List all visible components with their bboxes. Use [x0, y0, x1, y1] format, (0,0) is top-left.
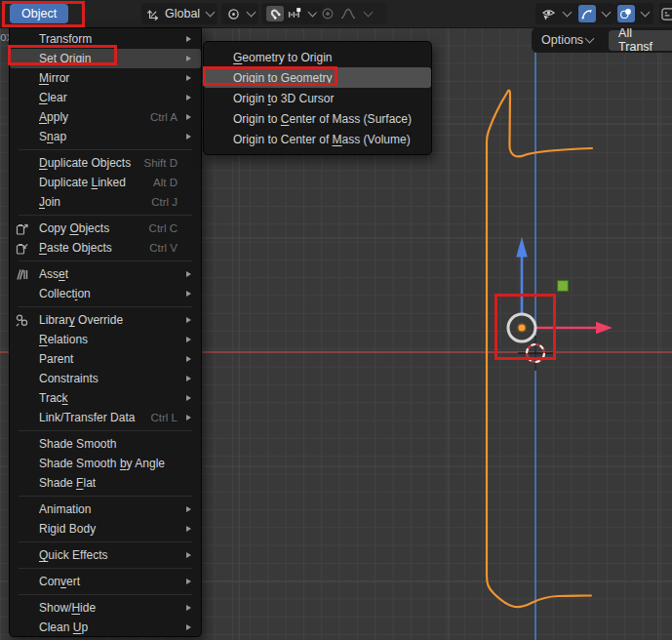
menu-item-clear[interactable]: Clear	[10, 88, 201, 107]
menu-item-duplicate-objects[interactable]: Duplicate ObjectsShift D	[10, 153, 201, 173]
proportional-editing-group[interactable]	[316, 3, 386, 24]
menu-item-label: Relations	[39, 333, 182, 346]
menu-item-shade-flat[interactable]: Shade Flat	[10, 473, 201, 493]
snap-increments-icon	[287, 7, 303, 20]
menu-item-constraints[interactable]: Constraints	[10, 369, 201, 388]
chevron-down-icon	[206, 8, 216, 18]
show-gizmo-toggle[interactable]	[578, 5, 596, 22]
menu-item-shortcut: Ctrl J	[151, 196, 178, 208]
menu-item-label: Show/Hide	[39, 601, 182, 615]
chevron-down-icon	[641, 8, 651, 18]
submenu-arrow-icon	[182, 95, 194, 100]
menu-separator	[10, 565, 201, 572]
menu-separator	[10, 427, 201, 434]
menu-item-shade-smooth[interactable]: Shade Smooth	[10, 434, 201, 454]
menu-item-label: Copy Objects	[39, 221, 149, 235]
menu-item-label: Paste Objects	[39, 241, 149, 255]
pivot-point-icon	[226, 7, 241, 21]
menu-item-mirror[interactable]: Mirror	[10, 68, 201, 88]
curve-handle-point[interactable]	[558, 281, 569, 292]
menu-item-shortcut: Ctrl A	[150, 111, 178, 123]
submenu-arrow-icon	[182, 605, 194, 611]
menu-item-collection[interactable]: Collection	[10, 284, 201, 303]
snap-settings-group[interactable]	[261, 3, 322, 24]
menu-item-paste-objects[interactable]: Paste ObjectsCtrl V	[10, 238, 201, 258]
viewport-header: Object Global	[0, 0, 672, 28]
menu-item-label: Origin to Center of Mass (Volume)	[233, 133, 413, 146]
menu-separator	[10, 212, 201, 219]
menu-item-shortcut: Ctrl L	[151, 412, 178, 423]
submenu-arrow-icon	[182, 75, 194, 81]
menu-item-asset[interactable]: Asset	[10, 264, 201, 284]
menu-item-rigid-body[interactable]: Rigid Body	[10, 519, 201, 539]
pivot-point-dropdown[interactable]	[221, 3, 258, 24]
submenu-arrow-icon	[182, 624, 194, 630]
menu-item-relations[interactable]: Relations	[10, 330, 201, 349]
menu-item-label: Asset	[39, 267, 182, 281]
menu-item-label: Quick Effects	[39, 548, 182, 562]
snap-magnet-icon	[265, 4, 285, 23]
menu-item-show-hide[interactable]: Show/Hide	[10, 598, 201, 618]
show-overlays-toggle[interactable]	[617, 5, 635, 22]
menu-item-label: Origin to Center of Mass (Surface)	[233, 112, 413, 126]
menu-item-label: Shade Smooth by Angle	[39, 457, 182, 470]
object-menu-button[interactable]: Object	[10, 4, 68, 23]
submenu-arrow-icon	[182, 579, 194, 584]
menu-separator	[10, 591, 201, 598]
menu-item-copy-objects[interactable]: Copy ObjectsCtrl C	[10, 219, 201, 238]
snap-toggle-button[interactable]	[266, 6, 284, 21]
all-transforms-button[interactable]: All Transf	[609, 30, 672, 51]
submenu-arrow-icon	[182, 317, 194, 323]
menu-item-origin-to-geometry[interactable]: Origin to Geometry	[204, 67, 431, 88]
menu-item-apply[interactable]: ApplyCtrl A	[10, 107, 201, 127]
copy-icon	[10, 221, 39, 236]
menu-item-convert[interactable]: Convert	[10, 572, 201, 591]
transform-orientation-dropdown[interactable]: Global	[141, 3, 217, 24]
set-origin-submenu-panel: Geometry to OriginOrigin to GeometryOrig…	[203, 41, 432, 155]
menu-item-origin-to-center-of-mass-volume-[interactable]: Origin to Center of Mass (Volume)	[204, 129, 431, 149]
menu-item-library-override[interactable]: Library Override	[10, 310, 201, 330]
menu-item-shortcut: Ctrl C	[149, 222, 178, 234]
menu-item-origin-to-center-of-mass-surface-[interactable]: Origin to Center of Mass (Surface)	[204, 108, 431, 129]
x-arrow-head-icon[interactable]	[596, 322, 613, 334]
object-menu-panel: TransformSet OriginMirrorClearApplyCtrl …	[9, 27, 202, 637]
submenu-arrow-icon	[182, 506, 194, 512]
menu-item-clean-up[interactable]: Clean Up	[10, 618, 201, 637]
menu-item-origin-to-3d-cursor[interactable]: Origin to 3D Cursor	[204, 88, 431, 108]
view-object-types-dropdown[interactable]	[535, 3, 580, 24]
shading-mode-button-partial[interactable]	[659, 3, 672, 24]
asset-icon	[10, 267, 39, 282]
chevron-down-icon	[247, 8, 257, 18]
menu-item-shortcut: Ctrl V	[149, 242, 178, 254]
profile-curve[interactable]	[487, 91, 592, 608]
menu-item-quick-effects[interactable]: Quick Effects	[10, 545, 201, 565]
paste-icon	[10, 241, 39, 256]
menu-item-label: Shade Smooth	[39, 437, 182, 451]
menu-item-label: Duplicate Objects	[39, 156, 143, 170]
menu-item-shade-smooth-by-angle[interactable]: Shade Smooth by Angle	[10, 454, 201, 473]
menu-item-label: Apply	[39, 110, 150, 124]
proportional-editing-icon	[321, 7, 335, 20]
submenu-arrow-icon	[182, 271, 194, 277]
menu-item-join[interactable]: JoinCtrl J	[10, 192, 201, 212]
z-arrow-head-icon[interactable]	[516, 237, 528, 258]
menu-item-label: Animation	[39, 502, 182, 516]
menu-item-animation[interactable]: Animation	[10, 500, 201, 519]
options-dropdown[interactable]: Options	[532, 27, 601, 53]
falloff-curve-icon	[340, 8, 356, 20]
menu-separator	[10, 258, 201, 264]
object-origin-dot	[518, 324, 526, 332]
menu-item-label: Transform	[39, 32, 182, 46]
menu-item-transform[interactable]: Transform	[10, 29, 201, 49]
menu-item-snap[interactable]: Snap	[10, 127, 201, 146]
menu-separator	[10, 146, 201, 153]
menu-item-link-transfer-data[interactable]: Link/Transfer DataCtrl L	[10, 408, 201, 427]
menu-item-track[interactable]: Track	[10, 388, 201, 408]
menu-item-label: Constraints	[39, 372, 182, 385]
submenu-arrow-icon	[182, 36, 194, 42]
menu-item-parent[interactable]: Parent	[10, 349, 201, 369]
menu-item-geometry-to-origin[interactable]: Geometry to Origin	[204, 47, 431, 67]
menu-item-duplicate-linked[interactable]: Duplicate LinkedAlt D	[10, 173, 201, 192]
menu-item-set-origin[interactable]: Set Origin	[10, 49, 201, 68]
menu-item-label: Track	[39, 391, 182, 405]
